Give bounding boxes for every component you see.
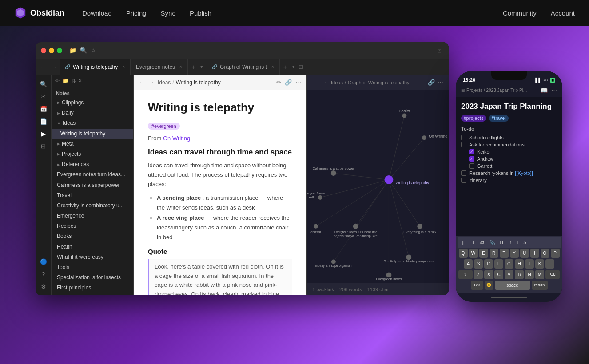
- sidebar-help-icon[interactable]: ?: [38, 269, 49, 279]
- nav-publish[interactable]: Publish: [190, 9, 211, 17]
- key-e[interactable]: E: [479, 249, 488, 258]
- key-a[interactable]: A: [464, 259, 473, 269]
- kb-tag[interactable]: 🏷: [478, 239, 486, 246]
- todo-garrett[interactable]: Garrett: [461, 162, 557, 170]
- kb-strike[interactable]: S: [521, 239, 528, 246]
- phone-more-icon[interactable]: ⋯: [551, 87, 557, 94]
- key-n[interactable]: N: [525, 270, 534, 279]
- checkbox-1[interactable]: [461, 135, 466, 140]
- phone-book-icon[interactable]: 📖: [541, 87, 548, 94]
- nav-sync[interactable]: Sync: [161, 9, 175, 17]
- graph-more-icon[interactable]: ⋯: [438, 79, 443, 86]
- tab-add-button[interactable]: +: [188, 63, 199, 71]
- close-sidebar-icon[interactable]: ×: [79, 78, 82, 84]
- tree-item-calmness[interactable]: Calmness is a superpower: [52, 180, 133, 190]
- nav-pricing[interactable]: Pricing: [126, 9, 147, 17]
- todo-keiko[interactable]: ✓ Keiko: [461, 148, 557, 155]
- key-v[interactable]: V: [505, 270, 513, 279]
- checkbox-ryokans[interactable]: [461, 170, 466, 176]
- key-shift[interactable]: ⇧: [458, 270, 473, 279]
- key-q[interactable]: Q: [459, 249, 468, 258]
- tab-dropdown-icon[interactable]: ▾: [199, 64, 205, 70]
- split-view-icon[interactable]: ⊡: [435, 47, 443, 55]
- split-view-button[interactable]: ⊞: [298, 63, 303, 70]
- checkbox-andrew[interactable]: ✓: [469, 156, 474, 162]
- tree-item-books[interactable]: Books: [52, 231, 133, 241]
- graph-forward-icon[interactable]: →: [322, 79, 327, 86]
- phone-tag-projects[interactable]: #projects: [461, 115, 486, 122]
- tab-back-icon[interactable]: ←: [37, 63, 48, 70]
- tree-item-daily[interactable]: ▶ Daily: [52, 108, 133, 118]
- todo-schedule-flights[interactable]: Schedule flights: [461, 134, 557, 141]
- edit-icon[interactable]: ✏: [276, 79, 281, 86]
- tree-item-references[interactable]: ▶ References: [52, 159, 133, 170]
- key-o[interactable]: O: [541, 249, 549, 258]
- key-delete[interactable]: ⌫: [545, 270, 560, 279]
- editor-content[interactable]: Writing is telepathy #evergreen From On …: [134, 90, 306, 295]
- graph-content[interactable]: Books On Writing Calmness is a superpowe…: [307, 90, 449, 283]
- key-emoji[interactable]: 😊: [485, 281, 493, 290]
- key-j[interactable]: J: [525, 259, 534, 269]
- evergreen-tag[interactable]: #evergreen: [148, 123, 180, 130]
- kb-heading[interactable]: H: [498, 239, 505, 246]
- tree-item-tools[interactable]: Tools: [52, 262, 133, 273]
- tree-item-first-principles[interactable]: First principles: [52, 283, 133, 293]
- link-icon[interactable]: 🔗: [285, 79, 292, 86]
- tree-item-philosophy[interactable]: Philosophy: [52, 293, 133, 295]
- sidebar-publish-icon[interactable]: 🔵: [38, 256, 49, 267]
- key-z[interactable]: Z: [474, 270, 483, 279]
- key-k[interactable]: K: [535, 259, 544, 269]
- key-m[interactable]: M: [535, 270, 544, 279]
- phone-tag-travel[interactable]: #travel: [489, 115, 508, 122]
- tree-item-meta[interactable]: ▶ Meta: [52, 139, 133, 149]
- key-h[interactable]: H: [515, 259, 524, 269]
- graph-back-icon[interactable]: ←: [312, 79, 318, 86]
- key-space[interactable]: space: [495, 281, 530, 290]
- tab-graph-dropdown[interactable]: ▾: [291, 64, 297, 70]
- graph-link-icon[interactable]: 🔗: [428, 79, 435, 86]
- close-button[interactable]: [41, 48, 46, 53]
- checkbox-2[interactable]: [461, 142, 466, 147]
- tree-item-ideas[interactable]: ▼ Ideas: [52, 118, 133, 128]
- tab-add-graph[interactable]: +: [280, 63, 291, 71]
- key-u[interactable]: U: [520, 249, 529, 258]
- tree-item-creativity[interactable]: Creativity is combinatory u...: [52, 201, 133, 211]
- new-folder-icon[interactable]: 📁: [62, 78, 69, 84]
- more-icon[interactable]: ⋯: [295, 79, 301, 86]
- editor-back-icon[interactable]: ←: [139, 79, 145, 86]
- kb-note[interactable]: 🗒: [468, 239, 476, 246]
- key-return[interactable]: return: [532, 281, 548, 290]
- nav-download[interactable]: Download: [82, 9, 112, 17]
- tab-graph[interactable]: 🔗 Graph of Writing is t ×: [207, 59, 280, 75]
- search-icon[interactable]: 🔍: [80, 47, 87, 54]
- key-r[interactable]: R: [490, 249, 498, 258]
- todo-itinerary[interactable]: Itinerary: [461, 177, 557, 184]
- tab-close-graph[interactable]: ×: [271, 64, 274, 69]
- tree-item-recipes[interactable]: Recipes: [52, 221, 133, 231]
- from-link[interactable]: On Writing: [163, 135, 190, 142]
- tab-close-2[interactable]: ×: [179, 64, 182, 69]
- key-b[interactable]: B: [515, 270, 524, 279]
- kb-bold[interactable]: B: [507, 239, 513, 246]
- bookmark-icon[interactable]: ☆: [91, 47, 96, 54]
- tree-item-clippings[interactable]: ▶ Clippings: [52, 98, 133, 108]
- key-s[interactable]: S: [474, 259, 483, 269]
- kb-brackets[interactable]: []: [460, 239, 466, 246]
- checkbox-keiko[interactable]: ✓: [469, 149, 474, 154]
- sidebar-calendar-icon[interactable]: 📅: [38, 103, 49, 114]
- sidebar-tag-icon[interactable]: ⊟: [38, 141, 49, 151]
- sidebar-search-icon[interactable]: 🔍: [38, 79, 49, 89]
- kb-attach[interactable]: 📎: [488, 239, 497, 246]
- kb-italic[interactable]: I: [515, 239, 520, 246]
- sort-icon[interactable]: ⇅: [72, 78, 76, 84]
- breadcrumb-parent[interactable]: Ideas: [158, 79, 171, 86]
- key-g[interactable]: G: [505, 259, 513, 269]
- key-p[interactable]: P: [551, 249, 560, 258]
- kyoto-link[interactable]: [[Kyoto]]: [515, 170, 533, 176]
- todo-research-ryokans[interactable]: Research ryokans in [[Kyoto]]: [461, 170, 557, 177]
- key-f[interactable]: F: [494, 259, 503, 269]
- nav-logo[interactable]: Obsidian: [14, 7, 64, 19]
- todo-ask-recommendations[interactable]: Ask for recommendations: [461, 141, 557, 148]
- key-x[interactable]: X: [484, 270, 493, 279]
- tree-item-specialization[interactable]: Specialization is for insects: [52, 273, 133, 283]
